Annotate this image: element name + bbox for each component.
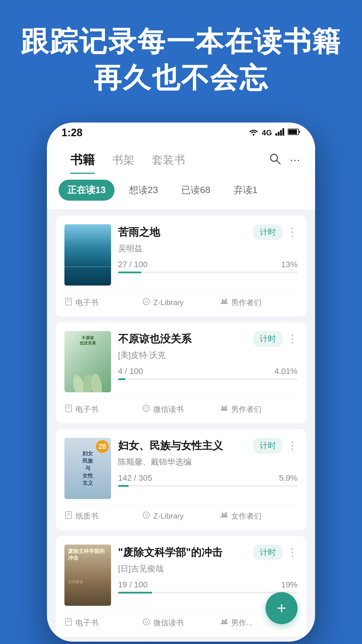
book-progress-text-1: 4 / 100 (118, 367, 143, 376)
timer-button-0[interactable]: 计时 (253, 224, 282, 240)
book-title-1: 不原谅也没关系 (118, 332, 191, 346)
book-title-0: 苦雨之地 (118, 225, 160, 239)
svg-rect-15 (221, 303, 228, 304)
svg-rect-6 (288, 130, 297, 134)
book-progress-text-0: 27 / 100 (118, 260, 147, 269)
signal-icon-1: 4G (262, 128, 272, 137)
svg-rect-10 (66, 298, 71, 305)
svg-point-26 (145, 407, 147, 410)
progress-fill-3 (118, 592, 152, 594)
book-card-3: 废除文科学部的冲击 吉见俊哉 "废除文科学部"的冲击 计时 ⋮ (56, 536, 306, 637)
filter-tab-want[interactable]: 想读23 (120, 180, 167, 201)
book-info-2: 妇女、民族与女性主义 计时 ⋮ 陈顺馨、戴锦华选编 142 / 305 5.9% (118, 438, 298, 487)
book-author-2: 陈顺馨、戴锦华选编 (118, 456, 298, 468)
timer-button-2[interactable]: 计时 (253, 438, 282, 454)
book-icon-3 (64, 618, 73, 628)
svg-point-25 (143, 405, 150, 412)
filter-tab-read[interactable]: 已读68 (173, 180, 219, 201)
svg-rect-28 (222, 406, 223, 410)
book-author-0: 吴明益 (118, 243, 298, 254)
book-title-2: 妇女、民族与女性主义 (118, 439, 223, 453)
svg-point-14 (145, 300, 147, 303)
svg-rect-36 (221, 516, 228, 517)
book-cover-3[interactable]: 废除文科学部的冲击 吉见俊哉 (64, 545, 111, 606)
badge-book-2: 28 (96, 440, 109, 453)
more-book-button-1[interactable]: ⋮ (287, 333, 298, 345)
svg-point-13 (143, 298, 150, 305)
progress-fill-2 (118, 485, 129, 487)
hero-title: 跟踪记录每一本在读书籍 再久也不会忘 (17, 23, 345, 96)
book-meta-type-1: 电子书 (64, 404, 142, 414)
progress-track-1 (118, 378, 298, 380)
book-meta-shelf-2: 女作者们 (220, 511, 298, 521)
svg-rect-3 (280, 130, 282, 136)
search-button[interactable] (268, 152, 281, 168)
svg-rect-22 (66, 405, 71, 412)
svg-rect-46 (222, 620, 223, 623)
add-fab[interactable]: + (266, 592, 298, 624)
book-card-1: 不原谅也没关系 不原谅也没关系 (56, 322, 306, 423)
svg-rect-45 (221, 623, 228, 624)
filter-tab-reading[interactable]: 正在读13 (59, 180, 115, 201)
status-bar: 1:28 4G (47, 123, 315, 143)
nav-tab-books[interactable]: 书籍 (61, 152, 103, 174)
svg-rect-7 (299, 131, 300, 133)
more-button[interactable]: ··· (290, 154, 301, 166)
signal-icon-2 (275, 128, 284, 138)
svg-line-9 (277, 160, 280, 164)
progress-track-2 (118, 485, 298, 487)
book-cover-1[interactable]: 不原谅也没关系 (64, 331, 111, 392)
book-meta-source-1: 微信读书 (142, 404, 220, 414)
svg-rect-27 (221, 410, 228, 411)
more-book-button-0[interactable]: ⋮ (287, 226, 298, 238)
book-card-0: 苦雨之地 计时 ⋮ 吴明益 27 / 100 13% (56, 216, 306, 316)
book-info-1: 不原谅也没关系 计时 ⋮ [美]皮特·沃克 4 / 100 4.01% (118, 331, 298, 380)
svg-rect-38 (224, 514, 225, 516)
book-progress-text-2: 142 / 305 (118, 473, 152, 483)
more-book-button-3[interactable]: ⋮ (287, 546, 298, 559)
book-meta-2: 纸质书 Z-Library 女作者们 (64, 505, 298, 521)
battery-icon (288, 128, 301, 137)
book-progress-pct-2: 5.9% (279, 473, 298, 483)
svg-point-44 (145, 621, 147, 623)
svg-rect-18 (225, 299, 227, 303)
status-icons: 4G (249, 128, 301, 138)
book-meta-source-0: Z-Library (142, 298, 220, 308)
svg-rect-4 (282, 128, 284, 136)
nav-actions: ··· (268, 152, 301, 174)
app-content: 书籍 书架 套装书 ··· 正在读13 想读23 (47, 143, 315, 642)
wifi-icon (249, 128, 258, 138)
book-cover-0[interactable] (64, 224, 111, 286)
book-info-3: "废除文科学部"的冲击 计时 ⋮ [日]吉见俊哉 19 / 100 19% (118, 545, 298, 594)
timer-button-1[interactable]: 计时 (253, 331, 282, 347)
book-progress-text-3: 19 / 100 (118, 580, 147, 589)
source-icon-3 (142, 618, 150, 628)
book-meta-source-3: 微信读书 (142, 618, 220, 628)
book-meta-type-3: 电子书 (64, 618, 142, 628)
source-icon-0 (142, 298, 150, 308)
book-progress-pct-3: 19% (281, 580, 298, 589)
shelf-icon-1 (220, 404, 228, 414)
svg-rect-37 (222, 513, 223, 516)
shelf-icon-3 (220, 618, 228, 628)
nav-tab-sets[interactable]: 套装书 (143, 153, 194, 173)
book-list: 苦雨之地 计时 ⋮ 吴明益 27 / 100 13% (47, 210, 315, 642)
timer-button-3[interactable]: 计时 (253, 545, 282, 560)
source-icon-1 (142, 404, 150, 414)
svg-rect-1 (275, 133, 277, 136)
book-meta-shelf-1: 男作者们 (220, 404, 298, 414)
book-cover-2[interactable]: 妇女民族与女性主义 28 (64, 438, 111, 499)
svg-rect-30 (225, 405, 227, 410)
book-meta-shelf-0: 男作者们 (220, 298, 298, 308)
svg-rect-17 (224, 300, 225, 303)
svg-rect-29 (224, 407, 225, 410)
phone-frame: 1:28 4G (47, 123, 315, 642)
svg-rect-40 (66, 618, 71, 625)
shelf-icon-0 (220, 298, 228, 308)
more-book-button-2[interactable]: ⋮ (287, 440, 298, 452)
book-meta-type-0: 电子书 (64, 298, 142, 308)
filter-tab-dropped[interactable]: 弃读1 (225, 180, 266, 201)
book-info-0: 苦雨之地 计时 ⋮ 吴明益 27 / 100 13% (118, 224, 298, 273)
filter-tabs: 正在读13 想读23 已读68 弃读1 (47, 174, 315, 210)
nav-tab-shelf[interactable]: 书架 (103, 153, 143, 173)
